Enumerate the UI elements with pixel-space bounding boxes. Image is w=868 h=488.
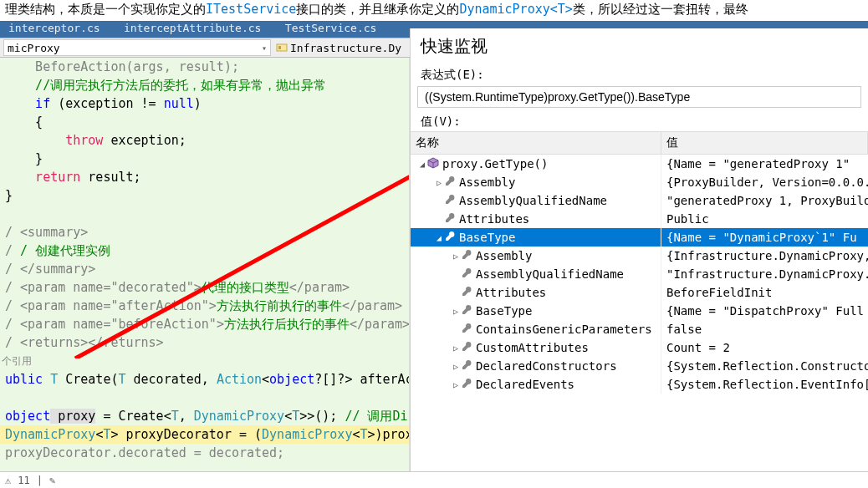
prop-name: Attributes bbox=[459, 212, 529, 226]
class-dropdown[interactable]: micProxy▾ bbox=[3, 39, 271, 56]
watch-tree[interactable]: ◢proxy.GetType(){Name = "generatedProxy_… bbox=[411, 155, 868, 488]
prop-value: "Infrastructure.DynamicProxy.I bbox=[661, 267, 868, 281]
prop-name: AssemblyQualifiedName bbox=[459, 194, 607, 207]
value-label: 值(V): bbox=[411, 109, 868, 131]
code-line: } bbox=[0, 150, 409, 168]
watch-row[interactable]: ▷DeclaredEvents{System.Reflection.EventI… bbox=[411, 375, 868, 394]
prop-value: {System.Reflection.EventInfo[0 bbox=[661, 378, 868, 391]
code-line: return bbox=[5, 170, 80, 185]
expander-icon[interactable]: ▷ bbox=[451, 362, 461, 371]
wrench-icon bbox=[461, 286, 476, 300]
quickwatch-title: 快速监视 bbox=[411, 28, 868, 64]
prop-value: {Name = "DispatchProxy" Full bbox=[661, 304, 868, 318]
watch-row[interactable]: ContainsGenericParametersfalse bbox=[411, 320, 868, 338]
watch-row[interactable]: AssemblyQualifiedName"generatedProxy_1, … bbox=[411, 191, 868, 210]
tab-interceptor[interactable]: interceptor.cs bbox=[0, 21, 109, 35]
watch-row[interactable]: AttributesBeforeFieldInit bbox=[411, 283, 868, 302]
code-line: BeforeAction(args, result); bbox=[5, 59, 239, 74]
prop-name: ContainsGenericParameters bbox=[476, 323, 652, 336]
prop-value: {ProxyBuilder, Version=0.0.0.0, bbox=[661, 175, 868, 189]
watch-row[interactable]: ▷CustomAttributesCount = 2 bbox=[411, 338, 868, 357]
namespace-icon bbox=[276, 42, 288, 53]
wrench-icon bbox=[461, 359, 476, 374]
wrench-icon bbox=[461, 341, 476, 355]
status-bar: ⚠ 11 | ✎ bbox=[0, 471, 868, 488]
code-editor[interactable]: BeforeAction(args, result); //调用完执行方法后的委… bbox=[0, 58, 410, 472]
expander-icon[interactable]: ◢ bbox=[417, 160, 427, 169]
expander-icon[interactable]: ▷ bbox=[434, 178, 444, 187]
prop-name: Attributes bbox=[476, 286, 546, 299]
code-line: // bbox=[5, 78, 50, 93]
prop-name: BaseType bbox=[476, 304, 532, 318]
wrench-icon bbox=[444, 212, 459, 226]
expander-icon[interactable]: ▷ bbox=[451, 252, 461, 261]
wrench-icon bbox=[461, 249, 476, 263]
wrench-icon bbox=[461, 304, 476, 318]
prop-name: proxy.GetType() bbox=[442, 157, 548, 170]
chevron-down-icon: ▾ bbox=[262, 43, 267, 53]
expander-icon[interactable]: ▷ bbox=[451, 343, 461, 353]
code-line: } bbox=[0, 186, 409, 205]
code-line: { bbox=[0, 113, 409, 131]
prop-name: Assembly bbox=[459, 175, 515, 189]
expression-input[interactable] bbox=[417, 86, 861, 108]
svg-rect-1 bbox=[278, 46, 281, 49]
prop-name: DeclaredEvents bbox=[476, 378, 574, 391]
wrench-icon bbox=[444, 175, 459, 190]
prop-name: BaseType bbox=[459, 231, 515, 244]
prop-name: DeclaredConstructors bbox=[476, 359, 617, 373]
wrench-icon bbox=[461, 378, 476, 392]
code-line: / <returns></returns> bbox=[0, 333, 409, 352]
article-text: 理类结构，本质是一个实现你定义的ITestService接口的类，并且继承你定义… bbox=[0, 0, 868, 19]
col-value[interactable]: 值 bbox=[661, 132, 868, 154]
code-line: / </summary> bbox=[0, 260, 409, 278]
prop-value: BeforeFieldInit bbox=[661, 286, 868, 299]
prop-value: {Infrastructure.DynamicProxy, bbox=[661, 249, 868, 262]
expression-label: 表达式(E): bbox=[411, 64, 868, 84]
tab-testservice[interactable]: TestService.cs bbox=[277, 21, 385, 35]
wrench-icon bbox=[461, 267, 476, 282]
toolbar-sep: | bbox=[37, 475, 43, 486]
watch-row[interactable]: ◢BaseType{Name = "DynamicProxy`1" Fu bbox=[411, 228, 868, 247]
code-line: / <summary> bbox=[0, 223, 409, 241]
prop-value: Public bbox=[661, 212, 868, 226]
watch-row[interactable]: ▷Assembly{Infrastructure.DynamicProxy, bbox=[411, 247, 868, 265]
prop-value: {Name = "DynamicProxy`1" Fu bbox=[661, 231, 868, 244]
expander-icon[interactable]: ▷ bbox=[451, 380, 461, 389]
prop-name: Assembly bbox=[476, 249, 532, 262]
code-line: if bbox=[5, 96, 50, 111]
watch-row[interactable]: ◢proxy.GetType(){Name = "generatedProxy_… bbox=[411, 155, 868, 173]
prop-value: {System.Reflection.Constructo bbox=[661, 359, 868, 373]
code-line: proxyDecorator.decorated = decorated; bbox=[0, 444, 409, 462]
wrench-icon bbox=[444, 194, 459, 208]
code-line: throw bbox=[5, 133, 103, 148]
prop-name: AssemblyQualifiedName bbox=[476, 267, 624, 281]
watch-header: 名称 值 bbox=[411, 131, 868, 155]
watch-row[interactable]: AssemblyQualifiedName"Infrastructure.Dyn… bbox=[411, 265, 868, 283]
prop-value: Count = 2 bbox=[661, 341, 868, 354]
expander-icon[interactable]: ◢ bbox=[434, 233, 444, 242]
expander-icon[interactable]: ▷ bbox=[451, 307, 461, 316]
warning-icon: ⚠ bbox=[5, 475, 11, 486]
quickwatch-panel: 快速监视 表达式(E): 值(V): 名称 值 ◢proxy.GetType()… bbox=[410, 28, 868, 488]
namespace-dropdown[interactable]: Infrastructure.Dy bbox=[276, 42, 401, 54]
watch-row[interactable]: AttributesPublic bbox=[411, 210, 868, 228]
col-name[interactable]: 名称 bbox=[411, 132, 661, 154]
cube-icon bbox=[427, 157, 442, 171]
tab-interceptattribute[interactable]: interceptAttribute.cs bbox=[115, 21, 269, 35]
prop-value: false bbox=[661, 323, 868, 336]
prop-name: CustomAttributes bbox=[476, 341, 589, 354]
references-hint[interactable]: 个引用 bbox=[0, 352, 409, 370]
prop-value: "generatedProxy_1, ProxyBuild bbox=[661, 194, 868, 207]
svg-rect-0 bbox=[277, 44, 287, 51]
wrench-icon bbox=[461, 323, 476, 337]
code-line: / 创建代理实例 bbox=[20, 243, 110, 258]
watch-row[interactable]: ▷BaseType{Name = "DispatchProxy" Full bbox=[411, 302, 868, 320]
watch-row[interactable]: ▷Assembly{ProxyBuilder, Version=0.0.0.0, bbox=[411, 173, 868, 191]
prop-value: {Name = "generatedProxy_1" bbox=[661, 157, 868, 170]
wrench-icon bbox=[444, 231, 459, 245]
warning-count: 11 bbox=[18, 475, 29, 486]
watch-row[interactable]: ▷DeclaredConstructors{System.Reflection.… bbox=[411, 357, 868, 375]
